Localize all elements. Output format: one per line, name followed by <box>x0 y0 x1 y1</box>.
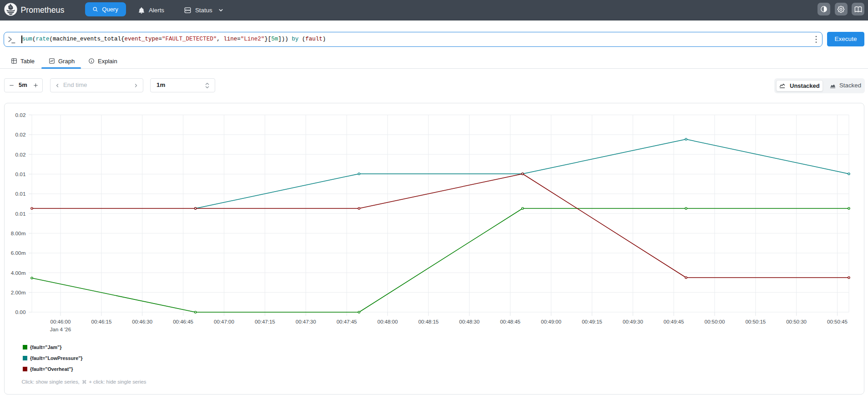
svg-text:0.00: 0.00 <box>15 309 26 315</box>
svg-text:00:47:15: 00:47:15 <box>255 319 275 324</box>
svg-text:00:47:00: 00:47:00 <box>214 319 234 324</box>
svg-text:00:50:45: 00:50:45 <box>827 319 848 324</box>
svg-text:00:50:30: 00:50:30 <box>786 319 807 324</box>
svg-text:00:48:15: 00:48:15 <box>418 319 439 324</box>
svg-text:00:48:30: 00:48:30 <box>459 319 479 324</box>
svg-text:0.01: 0.01 <box>15 191 26 197</box>
svg-text:00:49:45: 00:49:45 <box>664 319 684 324</box>
svg-text:8.00m: 8.00m <box>11 230 26 237</box>
svg-text:2.00m: 2.00m <box>11 289 26 296</box>
svg-text:00:50:00: 00:50:00 <box>705 319 725 324</box>
svg-text:00:46:30: 00:46:30 <box>132 319 152 324</box>
svg-text:0.01: 0.01 <box>15 211 26 217</box>
svg-text:00:47:45: 00:47:45 <box>337 319 357 324</box>
svg-text:0.02: 0.02 <box>15 112 26 118</box>
svg-text:0.02: 0.02 <box>15 132 26 138</box>
svg-text:00:46:00: 00:46:00 <box>50 319 71 324</box>
svg-text:00:48:00: 00:48:00 <box>378 319 398 324</box>
svg-text:00:49:30: 00:49:30 <box>623 319 643 324</box>
svg-text:00:46:45: 00:46:45 <box>173 319 193 324</box>
svg-text:00:49:00: 00:49:00 <box>541 319 561 324</box>
svg-text:0.02: 0.02 <box>15 152 26 158</box>
svg-text:00:49:15: 00:49:15 <box>582 319 602 324</box>
svg-text:00:47:30: 00:47:30 <box>296 319 316 324</box>
svg-text:Jan 4 '26: Jan 4 '26 <box>50 327 71 332</box>
svg-text:6.00m: 6.00m <box>11 250 26 256</box>
svg-text:00:46:15: 00:46:15 <box>91 319 112 324</box>
svg-text:00:48:45: 00:48:45 <box>500 319 520 324</box>
svg-text:0.01: 0.01 <box>15 171 26 177</box>
svg-text:4.00m: 4.00m <box>11 270 26 276</box>
svg-text:00:50:15: 00:50:15 <box>745 319 766 324</box>
